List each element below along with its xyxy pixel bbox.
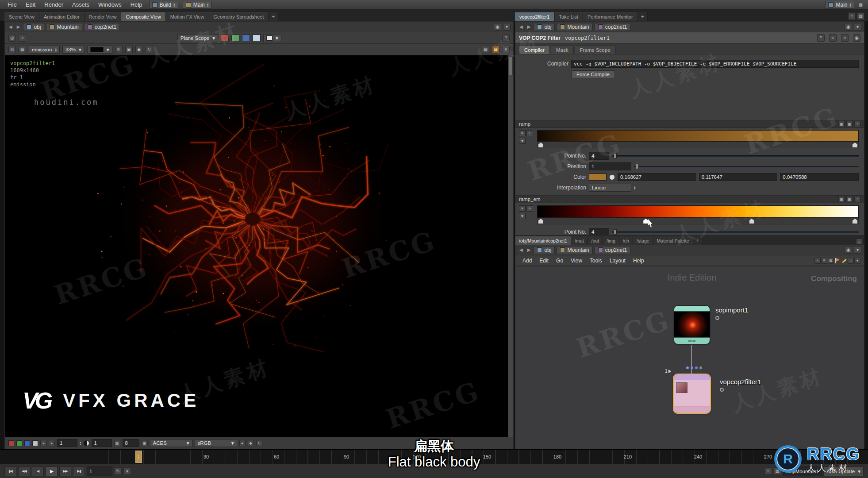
footer-red-button[interactable] bbox=[8, 440, 14, 446]
view-split-icon[interactable]: ≡ bbox=[502, 46, 510, 53]
network-canvas[interactable]: Indie Edition Compositing mask sopimport… bbox=[515, 266, 864, 449]
back-icon[interactable]: ◀ bbox=[8, 24, 14, 29]
footer-opt1-icon[interactable]: ● bbox=[239, 440, 246, 446]
path-net[interactable]: cop2net1 bbox=[595, 246, 630, 254]
tab-animation-editor[interactable]: Animation Editor bbox=[39, 12, 84, 21]
refresh-icon[interactable]: ↻ bbox=[146, 46, 153, 53]
net-menu-layout[interactable]: Layout bbox=[606, 257, 629, 265]
ramp-em-marker-track[interactable] bbox=[537, 218, 859, 224]
frame-ruler[interactable]: 1 30 60 90 120 150 180 210 240 270 300 bbox=[108, 450, 863, 464]
view-mode-icon[interactable]: ▦ bbox=[482, 46, 489, 53]
ramp-add-point-button[interactable]: + bbox=[526, 130, 533, 136]
add-tab-button[interactable]: + bbox=[269, 12, 278, 21]
net-menu-edit[interactable]: Edit bbox=[536, 257, 552, 265]
main-desktop-right[interactable]: Main ▴▾ bbox=[825, 1, 854, 9]
path-dropdown-icon[interactable]: ▾ bbox=[854, 246, 861, 254]
background-swatch-dropdown[interactable]: ▾ bbox=[87, 46, 112, 54]
forward-icon[interactable]: ▶ bbox=[526, 247, 532, 252]
node-label-vopcop2filter1[interactable]: vopcop2filter1 bbox=[720, 378, 761, 385]
pin-icon[interactable]: ◉ bbox=[494, 23, 501, 31]
color-g-field[interactable]: 0.117647 bbox=[699, 173, 778, 181]
menu-help[interactable]: Help bbox=[127, 0, 146, 9]
composite-viewport[interactable]: vopcop2filter1 1609x1460 fr 1 emission h… bbox=[5, 55, 513, 437]
ramp-em-collapse-icon[interactable]: ▾ bbox=[519, 213, 526, 219]
prev-keyframe-button[interactable]: ◀◀ bbox=[18, 466, 30, 476]
display-swatch-dropdown[interactable]: ▾ bbox=[263, 34, 281, 42]
camera-icon[interactable]: ◎ bbox=[8, 34, 16, 42]
color-swatch[interactable] bbox=[589, 173, 607, 181]
spinner-icon[interactable]: ▴▾ bbox=[634, 185, 636, 190]
node-vopcop2filter1-selected[interactable] bbox=[673, 374, 711, 414]
ramp-em-marker-2[interactable] bbox=[749, 219, 754, 224]
lock2-icon[interactable]: ▣ bbox=[846, 196, 853, 202]
footer-opt3-icon[interactable]: ↻ bbox=[256, 440, 262, 446]
position-field[interactable]: 1 bbox=[589, 162, 631, 170]
pane-maximize-icon[interactable]: ▦ bbox=[857, 12, 864, 20]
menu-assets[interactable]: Assets bbox=[68, 0, 93, 9]
net-tab-material-palette[interactable]: Material Palette bbox=[653, 236, 693, 245]
lock2-icon[interactable]: ▣ bbox=[846, 121, 853, 127]
snapshot-icon[interactable]: ◎ bbox=[8, 46, 16, 53]
menu-render[interactable]: Render bbox=[40, 0, 67, 9]
ramp-em-marker-3[interactable] bbox=[853, 219, 857, 224]
scene-selector[interactable]: Main ▴▾ bbox=[183, 1, 212, 9]
exposure-field[interactable]: 1 bbox=[57, 439, 77, 447]
gear-icon[interactable]: * bbox=[854, 196, 860, 202]
net-menu-add[interactable]: Add bbox=[519, 257, 535, 265]
desktop-selector[interactable]: Build ▴▾ bbox=[149, 1, 178, 9]
net-tab-cop2net1[interactable]: /obj/Mountain/cop2net1 bbox=[515, 236, 571, 245]
path-dropdown-icon[interactable]: ▾ bbox=[503, 23, 511, 31]
color-r-field[interactable]: 0.168627 bbox=[618, 173, 696, 181]
tab-frame-scope[interactable]: Frame Scope bbox=[575, 46, 616, 54]
net-menu-view[interactable]: View bbox=[567, 257, 586, 265]
presets-icon[interactable]: ≡ bbox=[829, 34, 837, 42]
ramp-gradient[interactable] bbox=[537, 130, 859, 142]
channel-blue-button[interactable] bbox=[242, 35, 250, 41]
zoom-dropdown[interactable]: 33%▾ bbox=[62, 46, 84, 54]
flag-icon[interactable] bbox=[834, 258, 841, 264]
tab-vopcop2filter1[interactable]: vopcop2filter1 bbox=[515, 12, 555, 21]
search-icon[interactable]: ○ bbox=[841, 34, 849, 42]
ramp-collapse-icon[interactable]: ▾ bbox=[519, 138, 526, 144]
scroll-thumb[interactable] bbox=[509, 57, 513, 75]
ramp-em-marker-0[interactable] bbox=[538, 219, 543, 224]
grid-icon[interactable]: ▦ bbox=[828, 258, 834, 264]
node-sopimport1[interactable]: mask bbox=[674, 305, 710, 344]
net-menu-tools[interactable]: Tools bbox=[586, 257, 606, 265]
channel-green-button[interactable] bbox=[231, 35, 239, 41]
force-compile-button[interactable]: Force Compile bbox=[571, 70, 615, 78]
spinner-icon[interactable]: ▴▾ bbox=[849, 3, 851, 7]
path-node[interactable]: Mountain bbox=[557, 23, 592, 31]
view-mode-active-icon[interactable]: ▦ bbox=[492, 46, 499, 53]
footer-green-button[interactable] bbox=[16, 440, 22, 446]
tab-performance-monitor[interactable]: Performance Monitor bbox=[583, 12, 638, 21]
node-name-field[interactable]: vopcop2filter1 bbox=[565, 35, 610, 41]
net-menu-help[interactable]: Help bbox=[630, 257, 648, 265]
ramp-delete-point-button[interactable]: × bbox=[519, 130, 526, 136]
footer-opt2-icon[interactable]: ◆ bbox=[248, 440, 254, 446]
step-back-button[interactable]: ◀ bbox=[32, 466, 44, 476]
go-to-start-button[interactable]: ▮◀ bbox=[4, 466, 16, 476]
spinner-icon[interactable]: ▴▾ bbox=[173, 3, 175, 7]
net-tab-img[interactable]: /img bbox=[603, 236, 619, 245]
footer-alpha-button[interactable] bbox=[32, 440, 38, 446]
tab-take-list[interactable]: Take List bbox=[555, 12, 583, 21]
net-tab-stage[interactable]: /stage bbox=[633, 236, 653, 245]
tab-scene-view[interactable]: Scene View bbox=[4, 12, 39, 21]
interpolation-dropdown[interactable]: Linear bbox=[589, 184, 631, 192]
histogram-icon[interactable]: ▦ bbox=[114, 440, 120, 446]
ramp-section-header[interactable]: ramp ▣ ▣ * bbox=[515, 120, 864, 128]
spinner-icon[interactable]: ▴▾ bbox=[80, 441, 81, 445]
viewport-scrollbar[interactable] bbox=[508, 55, 513, 437]
diamond-icon[interactable]: ◆ bbox=[135, 46, 143, 53]
back-icon[interactable]: ◀ bbox=[518, 24, 524, 29]
node-input-strip[interactable] bbox=[674, 306, 710, 312]
lut-dropdown[interactable]: ACES▾ bbox=[150, 439, 192, 447]
list-icon[interactable]: ≡ bbox=[115, 46, 123, 53]
spinner-icon[interactable]: ▴▾ bbox=[207, 3, 209, 7]
ramp-em-section-header[interactable]: ramp_em ▣ ▣ * bbox=[515, 195, 864, 203]
window-menu-icon[interactable]: ▦ bbox=[857, 1, 864, 8]
lock-icon[interactable]: ▣ bbox=[125, 46, 133, 53]
menu-windows[interactable]: Windows bbox=[94, 0, 126, 9]
color-b-field[interactable]: 0.0470588 bbox=[780, 173, 859, 181]
